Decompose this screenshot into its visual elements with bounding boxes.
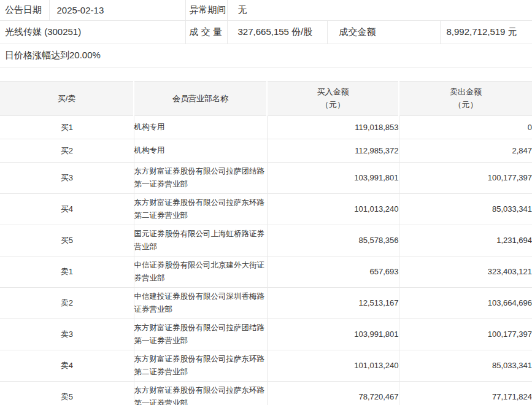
sell-amount-cell: 85,033,341 [399,193,532,225]
table-row: 买5 国元证券股份有限公司上海虹桥路证券营业部 85,578,356 1,231… [0,225,532,256]
sell-amount-header-line1: 卖出金额 [399,85,532,98]
table-row: 卖5 东方财富证券股份有限公司拉萨东环路第一证券营业部 78,720,467 7… [0,381,532,405]
buy-amount-cell: 103,991,801 [267,318,399,350]
buy-amount-cell: 657,693 [267,256,399,287]
turnover-label: 成交金额 [327,20,440,44]
summary-row-reason: 日价格涨幅达到20.00% [0,44,532,68]
turnover-value: 8,992,712,519 元 [440,20,532,44]
table-row: 买1 机构专用 119,018,853 0 [0,115,532,139]
table-row: 卖1 中信证券股份有限公司北京建外大街证券营业部 657,693 323,403… [0,256,532,287]
side-cell: 卖2 [0,287,134,318]
abnormal-period-label: 异常期间 [185,0,227,20]
side-cell: 卖4 [0,350,134,381]
volume-label: 成 交 量 [185,20,227,44]
branch-name-cell: 中信证券股份有限公司北京建外大街证券营业部 [134,256,267,287]
sell-amount-cell: 2,847 [399,139,532,162]
sell-amount-cell: 100,177,397 [399,162,532,193]
branch-name-cell: 东方财富证券股份有限公司拉萨东环路第二证券营业部 [134,193,267,225]
branch-name-cell: 东方财富证券股份有限公司拉萨团结路第一证券营业部 [134,318,267,350]
branch-name-cell: 东方财富证券股份有限公司拉萨东环路第一证券营业部 [134,381,267,405]
buy-amount-cell: 103,991,801 [267,162,399,193]
trades-table: 买/卖 会员营业部名称 买入金额 （元） 卖出金额 （元） 买1 机构专用 11… [0,81,532,405]
branch-name-cell: 机构专用 [134,139,267,162]
column-header-branch: 会员营业部名称 [134,81,267,115]
side-cell: 卖1 [0,256,134,287]
table-row: 卖3 东方财富证券股份有限公司拉萨团结路第一证券营业部 103,991,801 … [0,318,532,350]
side-cell: 买2 [0,139,134,162]
table-row: 卖4 东方财富证券股份有限公司拉萨东环路第二证券营业部 101,013,240 … [0,350,532,381]
summary-table: 公告日期 2025-02-13 异常期间 无 光线传媒 (300251) 成 交… [0,0,532,68]
trades-table-body: 买1 机构专用 119,018,853 0 买2 机构专用 112,985,37… [0,115,532,405]
buy-amount-cell: 85,578,356 [267,225,399,256]
abnormal-period-value: 无 [227,0,532,20]
side-cell: 买4 [0,193,134,225]
table-row: 买2 机构专用 112,985,372 2,847 [0,139,532,162]
sell-amount-cell: 100,177,397 [399,318,532,350]
column-header-buy-amount: 买入金额 （元） [267,81,399,115]
table-row: 买3 东方财富证券股份有限公司拉萨团结路第一证券营业部 103,991,801 … [0,162,532,193]
branch-name-cell: 国元证券股份有限公司上海虹桥路证券营业部 [134,225,267,256]
buy-amount-cell: 78,720,467 [267,381,399,405]
sell-amount-header-line2: （元） [399,98,532,111]
branch-name-cell: 东方财富证券股份有限公司拉萨团结路第一证券营业部 [134,162,267,193]
side-cell: 买5 [0,225,134,256]
buy-amount-header-line1: 买入金额 [268,85,398,98]
trades-table-header: 买/卖 会员营业部名称 买入金额 （元） 卖出金额 （元） [0,81,532,115]
buy-amount-cell: 12,513,167 [267,287,399,318]
summary-row-date: 公告日期 2025-02-13 异常期间 无 [0,0,532,20]
buy-amount-cell: 119,018,853 [267,115,399,139]
stock-name: 光线传媒 (300251) [0,20,185,44]
side-cell: 买1 [0,115,134,139]
side-cell: 卖5 [0,381,134,405]
sell-amount-cell: 1,231,694 [399,225,532,256]
announce-date-value: 2025-02-13 [49,0,185,20]
summary-row-stock: 光线传媒 (300251) 成 交 量 327,665,155 份/股 成交金额… [0,20,532,44]
table-row: 买4 东方财富证券股份有限公司拉萨东环路第二证券营业部 101,013,240 … [0,193,532,225]
branch-name-cell: 机构专用 [134,115,267,139]
sell-amount-cell: 323,403,121 [399,256,532,287]
buy-amount-header-line2: （元） [268,98,398,111]
buy-amount-cell: 101,013,240 [267,193,399,225]
sell-amount-cell: 77,171,824 [399,381,532,405]
section-gap [0,68,532,81]
sell-amount-cell: 0 [399,115,532,139]
sell-amount-cell: 103,664,696 [399,287,532,318]
branch-name-cell: 中信建投证券股份有限公司深圳香梅路证券营业部 [134,287,267,318]
buy-amount-cell: 112,985,372 [267,139,399,162]
buy-amount-cell: 101,013,240 [267,350,399,381]
abnormal-reason: 日价格涨幅达到20.00% [0,44,532,68]
column-header-sell-amount: 卖出金额 （元） [399,81,532,115]
side-cell: 买3 [0,162,134,193]
volume-value: 327,665,155 份/股 [227,20,327,44]
table-row: 卖2 中信建投证券股份有限公司深圳香梅路证券营业部 12,513,167 103… [0,287,532,318]
column-header-side: 买/卖 [0,81,134,115]
announce-date-label: 公告日期 [0,0,49,20]
side-cell: 卖3 [0,318,134,350]
branch-name-cell: 东方财富证券股份有限公司拉萨东环路第二证券营业部 [134,350,267,381]
stock-abnormal-trading-page: 公告日期 2025-02-13 异常期间 无 光线传媒 (300251) 成 交… [0,0,532,405]
sell-amount-cell: 85,033,341 [399,350,532,381]
